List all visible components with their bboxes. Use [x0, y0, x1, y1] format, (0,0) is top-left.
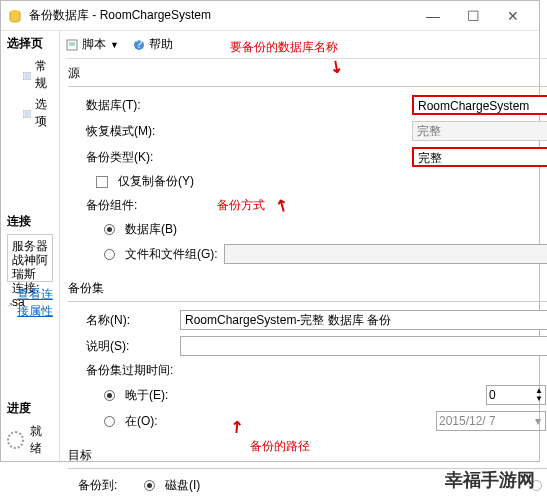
- on-label: 在(O):: [125, 413, 185, 430]
- help-button[interactable]: ? 帮助: [133, 36, 173, 53]
- script-icon: [66, 39, 78, 51]
- script-label: 脚本: [82, 36, 106, 53]
- disk-radio[interactable]: [144, 480, 155, 491]
- copyonly-checkbox[interactable]: [96, 176, 108, 188]
- page-icon: [23, 69, 31, 81]
- page-general-label: 常规: [35, 58, 51, 92]
- desc-label: 说明(S):: [86, 338, 174, 355]
- dialog-content: 选择页 常规 选项 连接 服务器 战神阿瑞斯 连接: sa 查看连接属性 进度: [1, 31, 539, 461]
- svg-text:?: ?: [136, 39, 143, 51]
- on-radio[interactable]: [104, 416, 115, 427]
- window-title: 备份数据库 - RoomChargeSystem: [29, 7, 211, 24]
- comp-database-label: 数据库(B): [125, 221, 177, 238]
- disk-label: 磁盘(I): [165, 477, 225, 494]
- database-label: 数据库(T):: [86, 97, 174, 114]
- expire-label: 备份集过期时间:: [86, 362, 173, 379]
- minimize-button[interactable]: —: [413, 2, 453, 30]
- name-value: RoomChargeSystem-完整 数据库 备份: [185, 313, 391, 327]
- view-connection-link[interactable]: 查看连接属性: [7, 286, 53, 320]
- progress-status: 就绪: [7, 423, 53, 457]
- backupset-header: 备份集: [68, 280, 547, 297]
- after-spinbox[interactable]: 0▲▼: [486, 385, 546, 405]
- copyonly-label: 仅复制备份(Y): [118, 173, 194, 190]
- after-value: 0: [489, 388, 496, 402]
- dialog-window: 备份数据库 - RoomChargeSystem — ☐ ✕ 选择页 常规 选项…: [0, 0, 540, 462]
- close-button[interactable]: ✕: [493, 2, 533, 30]
- page-general[interactable]: 常规: [7, 56, 53, 94]
- connection-icon: [7, 297, 13, 309]
- name-input[interactable]: RoomChargeSystem-完整 数据库 备份: [180, 310, 547, 330]
- backup-type-label: 备份类型(K):: [86, 149, 174, 166]
- page-options-label: 选项: [35, 96, 51, 130]
- recovery-value: 完整: [412, 121, 547, 141]
- backupset-group: 备份集 名称(N): RoomChargeSystem-完整 数据库 备份 说明…: [66, 280, 547, 441]
- watermark: 幸福手游网: [445, 468, 535, 492]
- source-header: 源: [68, 65, 547, 82]
- filegroup-input: [224, 244, 547, 264]
- title-bar: 备份数据库 - RoomChargeSystem — ☐ ✕: [1, 1, 539, 31]
- anno-path: 备份的路径: [250, 438, 310, 455]
- page-icon: [23, 107, 31, 119]
- database-value: RoomChargeSystem: [418, 99, 529, 113]
- on-date[interactable]: 2015/12/ 7: [436, 411, 546, 431]
- help-label: 帮助: [149, 36, 173, 53]
- maximize-button[interactable]: ☐: [453, 2, 493, 30]
- connection-box: 服务器 战神阿瑞斯 连接: sa: [7, 234, 53, 282]
- comp-file-label: 文件和文件组(G):: [125, 246, 218, 263]
- right-pane: 脚本 ▼ ? 帮助 要备份的数据库名称 ↘ 源 数据库(T): RoomChar…: [60, 31, 547, 461]
- backup-type-value: 完整: [418, 151, 442, 165]
- recovery-label: 恢复模式(M):: [86, 123, 174, 140]
- help-icon: ?: [133, 39, 145, 51]
- arrow-icon: ↗: [270, 195, 293, 216]
- anno-method: 备份方式: [217, 197, 265, 214]
- source-group: 源 数据库(T): RoomChargeSystem 恢复模式(M): 完整 备…: [66, 65, 547, 274]
- component-label: 备份组件:: [86, 197, 137, 214]
- progress-spinner-icon: [7, 431, 24, 449]
- db-icon: [7, 8, 23, 24]
- desc-input[interactable]: [180, 336, 547, 356]
- backup-type-select[interactable]: 完整: [412, 147, 547, 167]
- anno-dbname: 要备份的数据库名称: [230, 39, 338, 56]
- server-value: 战神阿瑞斯: [12, 253, 48, 281]
- script-button[interactable]: 脚本 ▼: [66, 36, 119, 53]
- name-label: 名称(N):: [86, 312, 174, 329]
- progress-header: 进度: [7, 394, 53, 417]
- progress-ready: 就绪: [30, 423, 53, 457]
- comp-database-radio[interactable]: [104, 224, 115, 235]
- on-date-value: 2015/12/ 7: [439, 414, 496, 428]
- connection-header: 连接: [7, 207, 53, 230]
- select-page-header: 选择页: [7, 35, 53, 52]
- left-pane: 选择页 常规 选项 连接 服务器 战神阿瑞斯 连接: sa 查看连接属性 进度: [1, 31, 60, 461]
- page-options[interactable]: 选项: [7, 94, 53, 132]
- after-radio[interactable]: [104, 390, 115, 401]
- backup-to-label: 备份到:: [78, 477, 138, 494]
- server-label: 服务器: [12, 239, 48, 253]
- comp-file-radio[interactable]: [104, 249, 115, 260]
- view-connection-label: 查看连接属性: [17, 286, 53, 320]
- after-label: 晚于(E):: [125, 387, 185, 404]
- database-select[interactable]: RoomChargeSystem: [412, 95, 547, 115]
